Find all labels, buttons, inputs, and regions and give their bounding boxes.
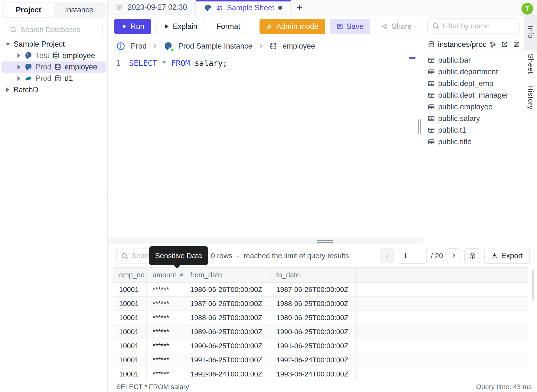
table-list-item[interactable]: public.bar [423, 54, 524, 66]
share-button[interactable]: Share [375, 19, 418, 34]
right-panel-resize-handle[interactable] [417, 119, 421, 134]
status-bar: SELECT * FROM salary Query time: 43 ms [108, 382, 537, 392]
team-icon [216, 4, 223, 11]
external-link-icon[interactable] [501, 41, 508, 48]
info-icon[interactable] [116, 42, 125, 51]
explain-button[interactable]: Explain [156, 19, 204, 34]
tab-sample-sheet-active[interactable]: Sample Sheet [196, 0, 291, 15]
admin-mode-button[interactable]: Admin mode [260, 19, 325, 34]
cell-masked[interactable]: ****** [147, 325, 184, 339]
export-button[interactable]: Export [484, 248, 530, 264]
cell[interactable]: 1993-06-24T00:00:00Z [270, 367, 357, 381]
cell[interactable]: 1987-06-26T00:00:00Z [270, 283, 357, 297]
save-icon [337, 23, 343, 30]
line-number: 1 [108, 59, 129, 68]
cell[interactable]: 10001 [113, 339, 147, 353]
vertical-scrollbar[interactable] [532, 270, 534, 301]
database-search-input[interactable] [20, 26, 98, 34]
cell[interactable]: 10001 [113, 297, 147, 311]
cell[interactable]: 1991-06-25T00:00:00Z [184, 353, 270, 367]
tooltip-arrow [173, 265, 181, 269]
cell-masked[interactable]: ****** [147, 367, 184, 381]
table-list-item[interactable]: public.employee [423, 101, 524, 113]
breadcrumb-database[interactable]: employee [283, 42, 315, 51]
cell[interactable]: 10001 [113, 283, 147, 297]
cell[interactable]: 1987-06-26T00:00:00Z [184, 297, 270, 311]
side-tab-info[interactable]: Info [524, 15, 537, 50]
schema-diagram-icon[interactable] [489, 41, 496, 48]
cell[interactable]: 10001 [113, 367, 147, 381]
postgresql-icon [204, 4, 212, 12]
database-search[interactable] [5, 22, 103, 37]
tree-item-test-employee[interactable]: Test employee [1, 50, 106, 61]
left-sidebar: Project Instance Sample Project Test emp… [0, 0, 108, 392]
tab-instance[interactable]: Instance [54, 3, 105, 17]
table-filter-input[interactable] [443, 22, 515, 30]
cell[interactable]: 10001 [113, 353, 147, 367]
cell-filler [357, 283, 528, 297]
table-icon [428, 57, 435, 64]
project-label: BatchD [14, 85, 38, 94]
prev-page-button[interactable] [380, 248, 394, 263]
user-avatar[interactable]: T [521, 3, 533, 15]
edit-icon[interactable] [512, 41, 520, 48]
unlink-icon [116, 3, 124, 11]
table-list-item[interactable]: public.dept_manager [423, 89, 524, 101]
cell-masked[interactable]: ****** [147, 297, 184, 311]
visualize-button[interactable] [464, 248, 480, 263]
cell[interactable]: 1988-06-25T00:00:00Z [270, 297, 357, 311]
save-button[interactable]: Save [330, 19, 371, 34]
cell-masked[interactable]: ****** [147, 311, 184, 325]
column-header-emp-no: emp_no [113, 268, 147, 283]
run-button[interactable]: Run [114, 19, 151, 34]
table-list-item[interactable]: public.department [423, 66, 524, 78]
cell[interactable]: 10001 [113, 311, 147, 325]
cell[interactable]: 1991-06-25T00:00:00Z [270, 339, 357, 353]
cell[interactable]: 1986-06-26T00:00:00Z [184, 283, 270, 297]
table-list-item[interactable]: public.salary [423, 113, 524, 124]
table-filter[interactable] [427, 18, 520, 34]
instance-online-dot [170, 48, 174, 52]
cell-masked[interactable]: ****** [147, 283, 184, 297]
breadcrumb-instance[interactable]: Prod Sample Instance [178, 42, 252, 51]
cell-masked[interactable]: ****** [147, 353, 184, 367]
side-tab-history[interactable]: History [524, 78, 537, 117]
table-icon [428, 92, 435, 99]
cell[interactable]: 1988-06-25T00:00:00Z [184, 311, 270, 325]
tree-item-prod-employee-selected[interactable]: Prod employee [1, 61, 106, 73]
sql-editor[interactable]: 1SELECT * FROM salary; [108, 55, 423, 239]
cell[interactable]: 1990-06-25T00:00:00Z [184, 339, 270, 353]
new-tab-button[interactable]: + [291, 0, 308, 15]
tab-project[interactable]: Project [3, 3, 54, 17]
results-resize-handle[interactable] [317, 240, 333, 243]
table-list-item[interactable]: public.t1 [423, 124, 524, 136]
tab-history-sheet[interactable]: 2023-09-27 02:30 [108, 0, 196, 15]
sql-code-line[interactable]: 1SELECT * FROM salary; [108, 55, 423, 68]
table-list-item[interactable]: public.title [423, 136, 524, 148]
table-list-item[interactable]: public.dept_emp [423, 78, 524, 89]
results-table: emp_no amount from_date to_date 10001 **… [113, 267, 528, 381]
cell[interactable]: 10001 [113, 325, 147, 339]
tree-item-batchd[interactable]: BatchD [1, 84, 106, 95]
cell[interactable]: 1990-06-25T00:00:00Z [270, 325, 357, 339]
table-icon [428, 127, 435, 134]
cell[interactable]: 1989-06-25T00:00:00Z [184, 325, 270, 339]
cell[interactable]: 1992-06-24T00:00:00Z [184, 367, 270, 381]
tree-item-prod-d1[interactable]: Prod d1 [1, 73, 106, 84]
format-button[interactable]: Format [210, 19, 247, 34]
next-page-button[interactable] [447, 248, 460, 263]
page-number-input[interactable] [398, 248, 427, 264]
table-icon [428, 68, 435, 76]
cell[interactable]: 1989-06-25T00:00:00Z [270, 311, 357, 325]
cell[interactable]: 1992-06-24T00:00:00Z [270, 353, 357, 367]
tree-item-sample-project[interactable]: Sample Project [1, 39, 106, 50]
separator: - [237, 252, 239, 260]
side-tab-sheet[interactable]: Sheet [524, 50, 537, 78]
tab-label: 2023-09-27 02:30 [128, 3, 187, 12]
sheet-tab-bar: 2023-09-27 02:30 Sample Sheet + T [108, 0, 537, 15]
cell-masked[interactable]: ****** [147, 339, 184, 353]
sql-editor-app: Project Instance Sample Project Test emp… [0, 0, 537, 392]
chevron-right-icon [17, 53, 21, 58]
breadcrumb-environment[interactable]: Prod [131, 42, 147, 51]
table-icon [428, 138, 435, 145]
